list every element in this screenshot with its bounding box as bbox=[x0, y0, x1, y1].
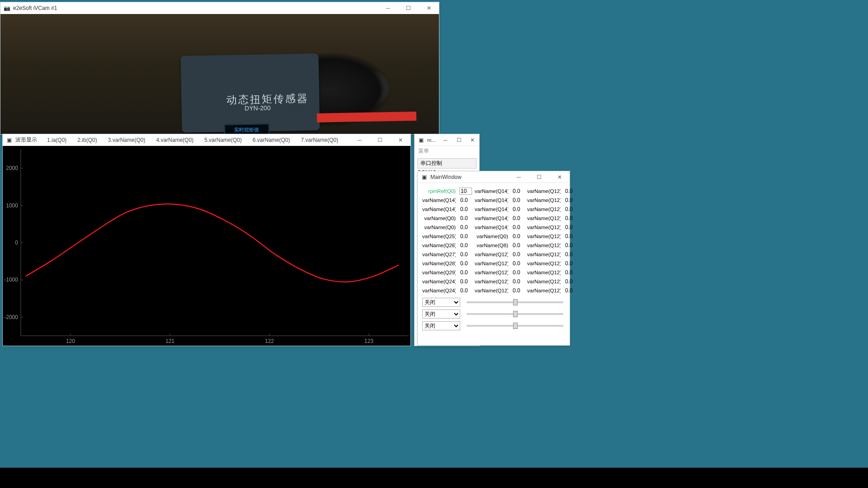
waveform-titlebar[interactable]: ▣ 波形显示 1.ia(Q0)2.ib(Q0)3.varName(Q0)4.va… bbox=[3, 134, 410, 146]
var-row: varName(Q29)0.0varName(Q12)0.0varName(Q1… bbox=[422, 268, 566, 277]
var-value: 0.0 bbox=[512, 278, 524, 285]
var-name: varName(Q29) bbox=[422, 270, 456, 275]
mode-select-1[interactable]: 关闭 bbox=[422, 298, 460, 307]
wave-tab-1[interactable]: 1.ia(Q0) bbox=[42, 135, 72, 145]
close-button[interactable]: ✕ bbox=[390, 134, 410, 146]
variable-grid: rpmRef(Q0)varName(Q14)0.0varName(Q12)0.0… bbox=[422, 187, 566, 295]
var-value: 0.0 bbox=[459, 278, 471, 285]
var-value: 0.0 bbox=[459, 260, 471, 267]
maximize-button[interactable]: ☐ bbox=[370, 134, 390, 146]
wave-app-icon: ▣ bbox=[5, 136, 13, 144]
app-icon: 📷 bbox=[3, 5, 10, 12]
svg-text:121: 121 bbox=[165, 338, 175, 344]
waveform-plot[interactable]: -2000-1000010002000120121122123 bbox=[3, 146, 410, 346]
minimize-button[interactable]: ─ bbox=[349, 134, 370, 146]
bottom-black-bar bbox=[0, 468, 868, 488]
var-value: 0.0 bbox=[459, 287, 471, 294]
var-name: varName(Q14) bbox=[475, 197, 508, 203]
ivcam-titlebar[interactable]: 📷 e2eSoft iVCam #1 ─ ☐ ✕ bbox=[0, 2, 439, 14]
wave-tab-7[interactable]: 7.varName(Q0) bbox=[295, 135, 344, 145]
slider-3[interactable] bbox=[467, 325, 563, 327]
var-row: varName(Q14)0.0varName(Q14)0.0varName(Q1… bbox=[422, 196, 566, 205]
var-value-input[interactable] bbox=[459, 188, 472, 195]
var-value: 0.0 bbox=[459, 224, 471, 230]
var-name: rpmRef(Q0) bbox=[422, 188, 456, 194]
var-name: varName(Q14) bbox=[475, 188, 508, 194]
var-row: varName(Q0)0.0varName(Q14)0.0varName(Q12… bbox=[422, 214, 566, 223]
slider-thumb[interactable] bbox=[513, 311, 518, 317]
var-name: varName(Q27) bbox=[422, 252, 456, 257]
var-name: varName(Q12) bbox=[527, 243, 561, 248]
var-name: varName(Q12) bbox=[527, 206, 561, 212]
slider-2[interactable] bbox=[467, 313, 563, 315]
var-value: 0.0 bbox=[564, 269, 576, 276]
wave-tab-4[interactable]: 4.varName(Q0) bbox=[151, 135, 199, 145]
var-name: varName(Q14) bbox=[475, 225, 508, 230]
wave-tabbar: 1.ia(Q0)2.ib(Q0)3.varName(Q0)4.varName(Q… bbox=[42, 135, 344, 145]
app-icon: ▣ bbox=[420, 174, 428, 181]
serial-control-header: 串口控制 bbox=[417, 158, 476, 169]
slider-thumb[interactable] bbox=[513, 323, 518, 329]
wave-tab-5[interactable]: 5.varName(Q0) bbox=[199, 135, 247, 145]
series-ia(Q0) bbox=[26, 204, 399, 282]
var-name: varName(Q0) bbox=[422, 216, 456, 221]
waveform-window: ▣ 波形显示 1.ia(Q0)2.ib(Q0)3.varName(Q0)4.va… bbox=[2, 134, 411, 346]
select-row: 关闭 bbox=[422, 310, 566, 319]
var-row: varName(Q0)0.0varName(Q14)0.0varName(Q12… bbox=[422, 223, 566, 232]
ivcam-window: 📷 e2eSoft iVCam #1 ─ ☐ ✕ 动态扭矩传感器 DYN-200… bbox=[0, 2, 439, 135]
var-name: varName(Q14) bbox=[475, 216, 508, 221]
var-value: 0.0 bbox=[564, 197, 576, 203]
maximize-button[interactable]: ☐ bbox=[452, 134, 466, 146]
var-row: varName(Q28)0.0varName(Q12)0.0varName(Q1… bbox=[422, 259, 566, 268]
var-value: 0.0 bbox=[564, 206, 576, 212]
slider-thumb[interactable] bbox=[513, 299, 518, 305]
camera-feed: 动态扭矩传感器 DYN-200 实时扭矩值 00.208N.m bbox=[0, 14, 439, 134]
slider-1[interactable] bbox=[467, 301, 563, 303]
var-name: varName(Q12) bbox=[475, 288, 508, 293]
wave-tab-3[interactable]: 3.varName(Q0) bbox=[103, 135, 151, 145]
var-value: 0.0 bbox=[459, 242, 471, 249]
var-row: varName(Q26)0.0varName(Q8)0.0varName(Q12… bbox=[422, 241, 566, 250]
main-window: ▣ MainWindow ─ ☐ ✕ rpmRef(Q0)varName(Q14… bbox=[417, 171, 570, 346]
mini-title: m... bbox=[427, 137, 435, 143]
maximize-button[interactable]: ☐ bbox=[529, 171, 549, 183]
sensor-lcd: 实时扭矩值 00.208N.m bbox=[224, 123, 270, 134]
mode-select-3[interactable]: 关闭 bbox=[422, 321, 460, 330]
var-value: 0.0 bbox=[564, 215, 576, 221]
var-value: 0.0 bbox=[564, 233, 576, 239]
var-value: 0.0 bbox=[512, 251, 524, 258]
close-button[interactable]: ✕ bbox=[466, 134, 479, 146]
minimize-button[interactable]: ─ bbox=[509, 171, 529, 183]
var-value: 0.0 bbox=[512, 233, 524, 239]
var-value: 0.0 bbox=[459, 269, 471, 276]
close-button[interactable]: ✕ bbox=[549, 171, 570, 183]
var-row: rpmRef(Q0)varName(Q14)0.0varName(Q12)0.0 bbox=[422, 187, 566, 196]
svg-text:123: 123 bbox=[364, 338, 373, 344]
var-name: varName(Q14) bbox=[475, 206, 508, 212]
svg-text:120: 120 bbox=[66, 338, 75, 344]
maximize-button[interactable]: ☐ bbox=[398, 2, 419, 14]
var-row: varName(Q27)0.0varName(Q12)0.0varName(Q1… bbox=[422, 250, 566, 259]
mini-titlebar[interactable]: ▣ m... ─ ☐ ✕ bbox=[415, 134, 479, 146]
var-name: varName(Q12) bbox=[527, 288, 561, 293]
var-value: 0.0 bbox=[512, 242, 524, 249]
wave-tab-2[interactable]: 2.ib(Q0) bbox=[72, 135, 102, 145]
mode-select-2[interactable]: 关闭 bbox=[422, 310, 460, 319]
mini-menu[interactable]: 菜单 bbox=[415, 146, 479, 156]
var-value: 0.0 bbox=[512, 206, 524, 212]
svg-text:0: 0 bbox=[15, 239, 18, 246]
minimize-button[interactable]: ─ bbox=[439, 134, 452, 146]
var-name: varName(Q25) bbox=[422, 234, 456, 239]
wave-tab-6[interactable]: 6.varName(Q0) bbox=[247, 135, 296, 145]
var-name: varName(Q28) bbox=[422, 261, 456, 266]
close-button[interactable]: ✕ bbox=[419, 2, 439, 14]
var-value: 0.0 bbox=[512, 197, 524, 203]
var-value: 0.0 bbox=[459, 251, 471, 258]
var-name: varName(Q12) bbox=[527, 216, 561, 221]
mainw-titlebar[interactable]: ▣ MainWindow ─ ☐ ✕ bbox=[418, 171, 570, 183]
var-value: 0.0 bbox=[512, 224, 524, 230]
var-value: 0.0 bbox=[459, 206, 471, 212]
var-name: varName(Q12) bbox=[527, 225, 561, 230]
minimize-button[interactable]: ─ bbox=[378, 2, 398, 14]
select-row: 关闭 bbox=[422, 321, 566, 330]
